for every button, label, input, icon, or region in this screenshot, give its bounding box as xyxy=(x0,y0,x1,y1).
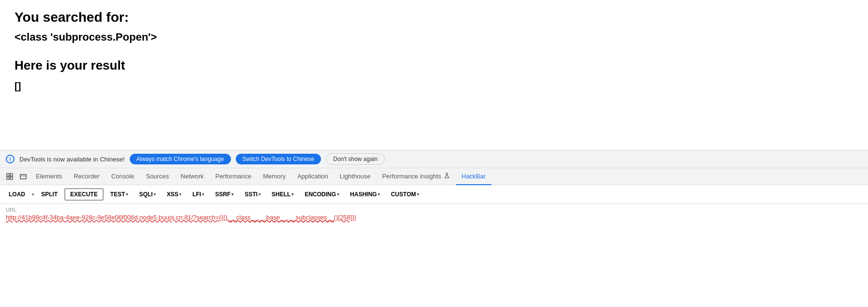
tab-console[interactable]: Console xyxy=(106,168,140,185)
svg-rect-4 xyxy=(20,175,26,179)
execute-button[interactable]: EXECUTE xyxy=(64,188,104,201)
shell-dropdown[interactable]: SHELL ▾ xyxy=(268,189,298,200)
always-match-language-button[interactable]: Always match Chrome's language xyxy=(130,154,231,164)
square-icon[interactable] xyxy=(16,170,30,183)
tab-application[interactable]: Application xyxy=(291,168,334,185)
result-value: [] xyxy=(15,81,853,92)
ssrf-dropdown[interactable]: SSRF ▾ xyxy=(211,189,238,200)
svg-rect-0 xyxy=(7,174,9,176)
sqli-dropdown[interactable]: SQLI ▾ xyxy=(135,189,160,200)
svg-rect-2 xyxy=(7,177,9,179)
tab-lighthouse[interactable]: Lighthouse xyxy=(334,168,377,185)
hashing-dropdown[interactable]: HASHING ▾ xyxy=(346,189,384,200)
ssti-dropdown[interactable]: SSTI ▾ xyxy=(241,189,265,200)
switch-devtools-chinese-button[interactable]: Switch DevTools to Chinese xyxy=(236,154,321,164)
url-value[interactable]: http://41b98c4f-34ba-4aee-928c-9e58e06f0… xyxy=(6,214,862,221)
search-title: You searched for: xyxy=(15,10,853,25)
devtools-tabs: Elements Recorder Console Sources Networ… xyxy=(0,168,868,185)
dont-show-again-button[interactable]: Don't show again xyxy=(326,153,385,165)
encoding-dropdown[interactable]: ENCODING ▾ xyxy=(301,189,343,200)
devtools-notification: i DevTools is now available in Chinese! … xyxy=(0,150,868,168)
lfi-dropdown[interactable]: LFI ▾ xyxy=(188,189,208,200)
xss-dropdown[interactable]: XSS ▾ xyxy=(163,189,185,200)
main-content: You searched for: <class 'subprocess.Pop… xyxy=(0,0,868,150)
tab-network[interactable]: Network xyxy=(175,168,210,185)
tab-performance[interactable]: Performance xyxy=(210,168,257,185)
custom-dropdown[interactable]: CUSTOM ▾ xyxy=(387,189,423,200)
svg-rect-3 xyxy=(10,177,13,179)
tab-hackbar[interactable]: HackBar xyxy=(456,168,492,185)
tab-elements[interactable]: Elements xyxy=(30,168,68,185)
info-icon: i xyxy=(6,155,15,163)
load-dropdown-arrow[interactable]: ▾ xyxy=(32,192,34,197)
tab-sources[interactable]: Sources xyxy=(140,168,175,185)
url-label: URL xyxy=(6,207,862,213)
url-area: URL http://41b98c4f-34ba-4aee-928c-9e58e… xyxy=(0,204,868,223)
tab-performance-insights[interactable]: Performance insights xyxy=(376,168,456,185)
result-title: Here is your result xyxy=(15,58,853,73)
tab-recorder[interactable]: Recorder xyxy=(68,168,105,185)
load-button[interactable]: LOAD xyxy=(5,189,29,200)
split-button[interactable]: SPLIT xyxy=(37,189,61,200)
svg-rect-1 xyxy=(10,174,13,176)
hackbar-toolbar: LOAD ▾ SPLIT EXECUTE TEST ▾ SQLI ▾ XSS ▾… xyxy=(0,185,868,204)
search-query: <class 'subprocess.Popen'> xyxy=(15,31,853,44)
cursor-icon[interactable] xyxy=(3,170,16,183)
notification-text: DevTools is now available in Chinese! xyxy=(19,156,125,163)
tab-memory[interactable]: Memory xyxy=(257,168,291,185)
test-dropdown[interactable]: TEST ▾ xyxy=(107,189,133,200)
flask-icon xyxy=(443,173,450,179)
